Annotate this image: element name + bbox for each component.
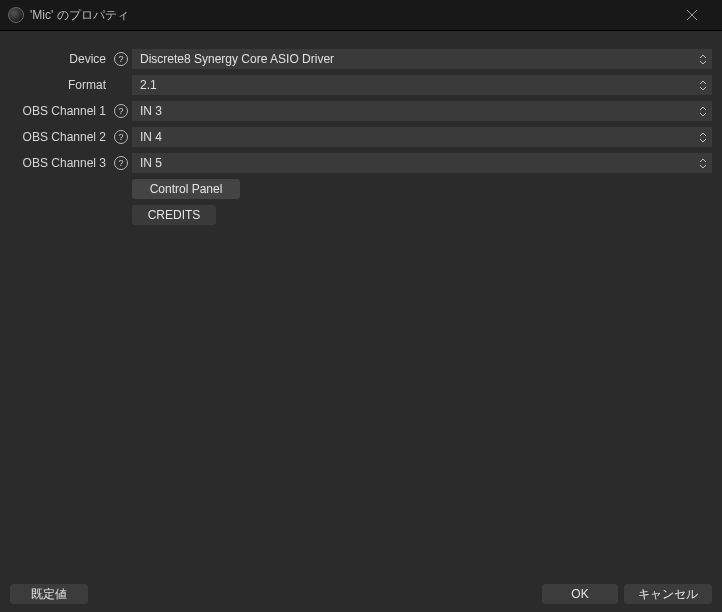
cancel-button[interactable]: キャンセル (624, 584, 712, 604)
obs-channel-1-select[interactable]: IN 3 (132, 101, 712, 121)
row-obs-channel-2: OBS Channel 2 ? IN 4 (10, 127, 712, 147)
obs-channel-3-select-value: IN 5 (140, 156, 162, 170)
ok-button[interactable]: OK (542, 584, 618, 604)
obs-channel-2-select[interactable]: IN 4 (132, 127, 712, 147)
chevron-updown-icon (696, 127, 710, 147)
help-icon[interactable]: ? (114, 104, 128, 118)
help-icon[interactable]: ? (114, 52, 128, 66)
label-obs-channel-3: OBS Channel 3 (10, 156, 110, 170)
label-device: Device (10, 52, 110, 66)
defaults-button[interactable]: 既定値 (10, 584, 88, 604)
obs-channel-2-select-value: IN 4 (140, 130, 162, 144)
credits-button[interactable]: CREDITS (132, 205, 216, 225)
row-obs-channel-3: OBS Channel 3 ? IN 5 (10, 153, 712, 173)
row-format: Format 2.1 (10, 75, 712, 95)
control-panel-button[interactable]: Control Panel (132, 179, 240, 199)
device-select[interactable]: Discrete8 Synergy Core ASIO Driver (132, 49, 712, 69)
chevron-updown-icon (696, 75, 710, 95)
titlebar: 'Mic' のプロパティ (0, 0, 722, 30)
row-device: Device ? Discrete8 Synergy Core ASIO Dri… (10, 49, 712, 69)
window-title: 'Mic' のプロパティ (30, 7, 670, 24)
help-icon[interactable]: ? (114, 130, 128, 144)
row-credits: CREDITS (10, 205, 712, 225)
help-icon[interactable]: ? (114, 156, 128, 170)
obs-channel-1-select-value: IN 3 (140, 104, 162, 118)
format-select-value: 2.1 (140, 78, 157, 92)
close-button[interactable] (670, 0, 714, 30)
label-obs-channel-1: OBS Channel 1 (10, 104, 110, 118)
app-icon (8, 7, 24, 23)
content-area: Device ? Discrete8 Synergy Core ASIO Dri… (0, 31, 722, 576)
device-select-value: Discrete8 Synergy Core ASIO Driver (140, 52, 334, 66)
row-obs-channel-1: OBS Channel 1 ? IN 3 (10, 101, 712, 121)
footer: 既定値 OK キャンセル (0, 576, 722, 612)
row-control-panel: Control Panel (10, 179, 712, 199)
chevron-updown-icon (696, 153, 710, 173)
label-format: Format (10, 78, 110, 92)
close-icon (687, 10, 697, 20)
format-select[interactable]: 2.1 (132, 75, 712, 95)
obs-channel-3-select[interactable]: IN 5 (132, 153, 712, 173)
label-obs-channel-2: OBS Channel 2 (10, 130, 110, 144)
chevron-updown-icon (696, 101, 710, 121)
chevron-updown-icon (696, 49, 710, 69)
